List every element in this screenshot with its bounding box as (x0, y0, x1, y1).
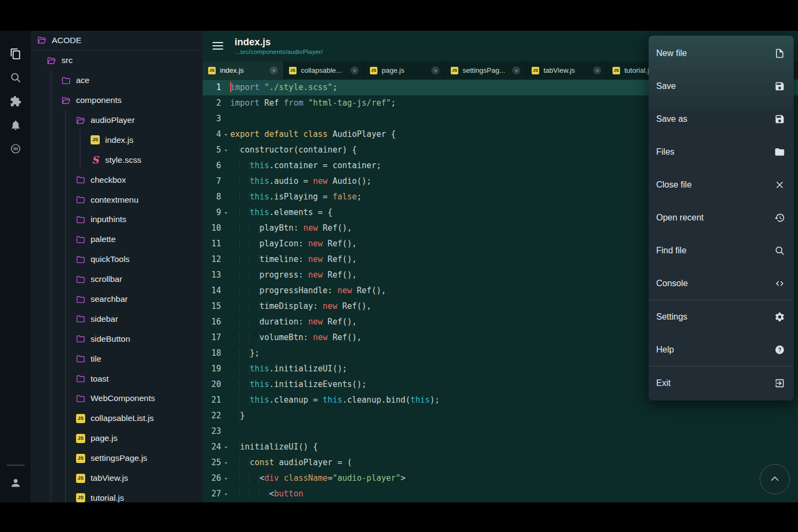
tab-label: settingsPag... (463, 66, 508, 74)
tree-item-acode[interactable]: ACODE (31, 31, 203, 51)
search-icon[interactable] (4, 66, 27, 89)
tree-item-tile[interactable]: tile (31, 349, 203, 369)
line-number: 19 (203, 361, 221, 377)
tab-collapsable[interactable]: JScollapsable... (284, 61, 364, 79)
tab-settingspag[interactable]: JSsettingsPag... (445, 61, 526, 79)
menu-item-label: Help (656, 345, 674, 355)
fold-toggle-icon[interactable] (221, 132, 230, 137)
code-line-24[interactable]: 24 initializeUI() { (203, 439, 798, 455)
fold-toggle-icon[interactable] (221, 492, 230, 497)
folder-open-icon (61, 95, 71, 106)
menu-item-new-file[interactable]: New file (649, 37, 794, 70)
line-number: 6 (203, 158, 221, 174)
fold-toggle-icon[interactable] (221, 476, 230, 481)
menu-item-files[interactable]: Files (649, 135, 794, 168)
tab-page-js[interactable]: JSpage.js (364, 61, 445, 79)
tab-close-icon[interactable] (431, 66, 439, 74)
code-line-25[interactable]: 25 const audioPlayer = ( (203, 455, 798, 471)
tree-item-tutorial-js[interactable]: JStutorial.js (31, 488, 203, 502)
menu-item-open-recent[interactable]: Open recent (649, 201, 794, 234)
code-line-26[interactable]: 26 <div className="audio-player"> (203, 471, 798, 486)
tree-item-palette[interactable]: palette (31, 230, 203, 250)
menu-item-save[interactable]: Save (649, 70, 794, 102)
tab-tabview-js[interactable]: JStabView.js (526, 61, 607, 79)
tab-label: tabView.js (544, 66, 589, 74)
quicktools-icon[interactable] (4, 137, 27, 161)
notifications-icon[interactable] (4, 113, 27, 137)
menu-item-label: Save as (656, 114, 687, 124)
tree-item-sidebar[interactable]: sidebar (31, 309, 203, 329)
code-line-23[interactable]: 23 (203, 424, 798, 439)
menu-item-close-file[interactable]: Close file (649, 168, 794, 201)
tree-item-page-js[interactable]: JSpage.js (31, 429, 203, 448)
tree-indent-guide (51, 210, 51, 230)
tree-item-settingspage-js[interactable]: JSsettingsPage.js (31, 448, 203, 468)
tree-item-components[interactable]: components (31, 91, 203, 110)
scroll-fab-button[interactable] (760, 464, 790, 494)
documents-icon[interactable] (4, 42, 27, 66)
tab-label: page.js (382, 66, 427, 74)
menu-item-save-as[interactable]: Save as (649, 102, 794, 135)
new-file-icon (774, 48, 785, 59)
tree-item-contextmenu[interactable]: contextmenu (31, 190, 203, 210)
extensions-icon[interactable] (4, 89, 27, 113)
tree-item-sidebutton[interactable]: sideButton (31, 329, 203, 349)
tab-close-icon[interactable] (593, 66, 601, 74)
tree-indent-guide (51, 270, 51, 289)
fold-toggle-icon[interactable] (221, 148, 230, 153)
js-file-icon: JS (370, 67, 377, 74)
tree-indent-guide (51, 369, 51, 389)
help-icon (774, 344, 785, 355)
fold-toggle-icon[interactable] (221, 445, 230, 450)
tree-indent-guide (65, 289, 66, 309)
tree-item-checkbox[interactable]: checkbox (31, 170, 203, 190)
tree-item-label: settingsPage.js (91, 453, 147, 463)
tree-indent-guide (65, 110, 66, 130)
folder-icon (75, 374, 86, 384)
fold-toggle-icon[interactable] (221, 210, 230, 216)
tree-indent-guide (51, 110, 51, 130)
tab-close-icon[interactable] (512, 66, 520, 74)
menu-item-settings[interactable]: Settings (649, 300, 794, 333)
js-file-icon: JS (532, 67, 539, 74)
tree-item-scrollbar[interactable]: scrollbar (31, 270, 203, 289)
tree-item-inputhints[interactable]: inputhints (31, 210, 203, 230)
menu-item-console[interactable]: Console (649, 267, 794, 300)
tab-index-js[interactable]: JSindex.js (203, 61, 284, 79)
tree-item-quicktools[interactable]: quickTools (31, 250, 203, 270)
tree-item-tabview-js[interactable]: JStabView.js (31, 468, 203, 488)
tree-item-style-scss[interactable]: Sstyle.scss (31, 150, 203, 170)
tree-indent-guide (51, 448, 51, 468)
account-icon[interactable] (4, 471, 27, 495)
tab-close-icon[interactable] (350, 66, 359, 74)
tab-close-icon[interactable] (270, 66, 278, 74)
tree-item-ace[interactable]: ace (31, 71, 203, 91)
text-cursor (230, 82, 231, 92)
file-tree-sidebar: ACODEsrcacecomponentsaudioPlayerJSindex.… (31, 31, 203, 502)
menu-item-find-file[interactable]: Find file (649, 234, 794, 267)
tree-indent-guide (65, 190, 66, 210)
line-number: 12 (203, 252, 221, 267)
code-line-22[interactable]: 22 } (203, 408, 798, 424)
line-number: 5 (203, 142, 221, 158)
tree-item-index-js[interactable]: JSindex.js (31, 130, 203, 150)
tree-item-label: ace (76, 75, 90, 85)
tree-item-audioplayer[interactable]: audioPlayer (31, 110, 203, 130)
fold-toggle-icon[interactable] (221, 460, 230, 466)
tree-item-src[interactable]: src (31, 51, 203, 71)
code-line-27[interactable]: 27 <button (203, 486, 798, 502)
hamburger-menu-button[interactable] (211, 38, 226, 53)
menu-item-help[interactable]: Help (649, 333, 794, 366)
tree-item-toast[interactable]: toast (31, 369, 203, 389)
tree-item-searchbar[interactable]: searchbar (31, 289, 203, 309)
folder-icon (75, 354, 86, 364)
tree-item-webcomponents[interactable]: WebComponents (31, 389, 203, 409)
tree-item-label: quickTools (91, 254, 129, 264)
folder-open-icon (75, 115, 86, 126)
tree-item-label: sidebar (91, 314, 118, 324)
tree-item-collapsablelist-js[interactable]: JScollapsableList.js (31, 409, 203, 429)
menu-item-exit[interactable]: Exit (649, 367, 794, 399)
tree-indent-guide (51, 329, 51, 349)
js-file-icon: JS (208, 67, 216, 74)
tree-indent-guide (80, 150, 80, 170)
